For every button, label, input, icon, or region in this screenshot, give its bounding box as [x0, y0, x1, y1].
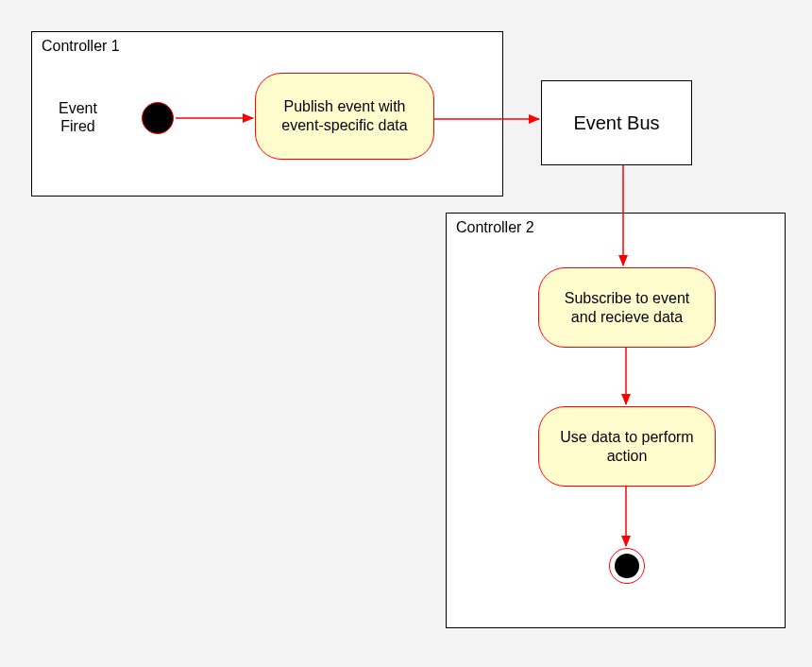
use-data-text: Use data to perform action	[552, 428, 702, 466]
publish-event-text: Publish event with event-specific data	[269, 97, 420, 135]
event-fired-line-2: Fired	[60, 118, 94, 134]
controller-2-title: Controller 2	[456, 219, 534, 236]
controller-1-title: Controller 1	[42, 38, 120, 55]
publish-event-activity: Publish event with event-specific data	[255, 73, 434, 160]
subscribe-text: Subscribe to event and recieve data	[552, 289, 702, 327]
subscribe-activity: Subscribe to event and recieve data	[538, 267, 716, 348]
event-bus-box: Event Bus	[541, 80, 692, 165]
final-node-inner-icon	[615, 554, 639, 578]
use-data-activity: Use data to perform action	[538, 406, 716, 487]
event-fired-line-1: Event	[59, 100, 97, 116]
initial-node-icon	[142, 102, 174, 134]
event-bus-label: Event Bus	[573, 112, 659, 134]
event-fired-label: Event Fired	[59, 99, 97, 135]
final-node-icon	[609, 548, 645, 584]
